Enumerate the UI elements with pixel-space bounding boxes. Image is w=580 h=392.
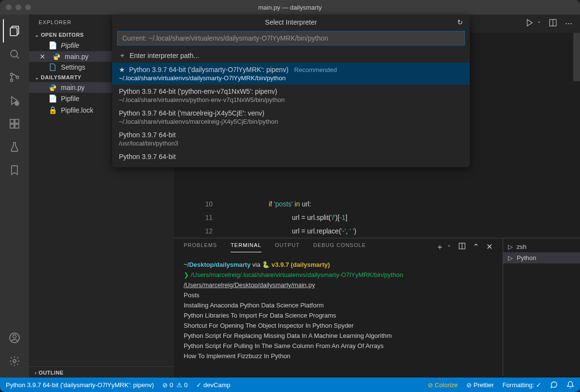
- close-panel-icon[interactable]: ✕: [486, 242, 493, 252]
- interpreter-picker: Select Interpreter↻ Current: ~/.local/sh…: [112, 15, 470, 167]
- status-devcamp[interactable]: ✓ devCamp: [196, 381, 230, 389]
- svg-point-4: [11, 73, 13, 76]
- terminal-output: Python Libraries To Import For Data Scie…: [184, 310, 493, 320]
- pipfile-icon: 📄: [48, 94, 57, 103]
- svg-point-13: [13, 335, 16, 338]
- flask-icon[interactable]: [3, 135, 26, 159]
- svg-rect-1: [10, 28, 17, 36]
- maximize-dot[interactable]: [25, 4, 31, 10]
- svg-line-3: [16, 56, 19, 58]
- picker-input[interactable]: Current: ~/.local/share/virtualenvs/dail…: [117, 31, 465, 45]
- terminal-proc-icon: ▷: [508, 243, 513, 250]
- svg-point-5: [11, 79, 13, 82]
- maximize-panel-icon[interactable]: ⌃: [473, 242, 479, 252]
- svg-point-6: [16, 76, 19, 79]
- svg-rect-9: [10, 124, 14, 128]
- terminal-process-zsh[interactable]: ▷zsh: [503, 241, 580, 252]
- svg-rect-11: [15, 119, 19, 123]
- chevron-right-icon: ›: [35, 370, 37, 376]
- python-icon: [52, 53, 61, 60]
- terminal-output: Python Script For Replacing Missing Data…: [184, 331, 493, 341]
- code-line[interactable]: 10if 'posts' in url:: [193, 197, 580, 211]
- svg-rect-10: [15, 124, 19, 128]
- source-control-icon[interactable]: [3, 66, 26, 89]
- plus-icon: ＋: [119, 51, 126, 60]
- minimize-dot[interactable]: [15, 4, 21, 10]
- extensions-icon[interactable]: [3, 112, 26, 135]
- status-feedback-icon[interactable]: [550, 381, 558, 389]
- interpreter-option[interactable]: Python 3.9.7 64-bit: [112, 150, 470, 163]
- tab-problems[interactable]: PROBLEMS: [184, 242, 217, 252]
- chevron-down-icon: ⌄: [35, 75, 39, 80]
- status-prettier[interactable]: ⊘ Prettier: [466, 381, 494, 389]
- terminal[interactable]: ~/Desktop/dailysmarty via 🐍 v3.9.7 (dail…: [174, 256, 503, 376]
- outline-section[interactable]: ›OUTLINE: [29, 366, 174, 377]
- close-dot[interactable]: [6, 4, 12, 10]
- settings-icon[interactable]: [3, 349, 26, 373]
- lock-icon: 🔒: [48, 106, 57, 115]
- terminal-list: ▷zsh ▷Python: [503, 238, 580, 376]
- svg-point-2: [11, 50, 17, 57]
- svg-point-14: [13, 360, 16, 363]
- titlebar: main.py — dailysmarty: [0, 0, 580, 15]
- activity-bar: [0, 15, 29, 377]
- interpreter-option[interactable]: Python 3.9.7 64-bit ('python-env-v7q1NxW…: [112, 85, 470, 106]
- split-terminal-icon[interactable]: [458, 242, 466, 252]
- explorer-icon[interactable]: [3, 19, 26, 43]
- interpreter-option[interactable]: Python 3.9.7 64-bit ('marcelreig-jX4y5Cj…: [112, 106, 470, 128]
- run-button[interactable]: [525, 18, 534, 29]
- tab-output[interactable]: OUTPUT: [275, 242, 300, 252]
- run-dropdown-icon[interactable]: ⌄: [537, 18, 541, 29]
- star-icon: ★: [119, 66, 125, 73]
- status-problems[interactable]: ⊘ 0 ⚠ 0: [162, 381, 188, 389]
- code-line[interactable]: 11url = url.split('/')[-1]: [193, 211, 580, 224]
- split-editor-icon[interactable]: [549, 18, 557, 29]
- picker-title: Select Interpreter↻: [112, 15, 470, 30]
- more-icon[interactable]: ···: [565, 18, 572, 29]
- status-interpreter[interactable]: Python 3.9.7 64-bit ('dailysmarty-O7lYyM…: [6, 381, 154, 389]
- account-icon[interactable]: [3, 326, 26, 349]
- tab-terminal[interactable]: TERMINAL: [231, 242, 261, 252]
- panel: PROBLEMS TERMINAL OUTPUT DEBUG CONSOLE ＋…: [174, 238, 580, 376]
- status-bar: Python 3.9.7 64-bit ('dailysmarty-O7lYyM…: [0, 377, 580, 392]
- terminal-output: How To Implement Fizzbuzz In Python: [184, 351, 493, 361]
- status-colorize[interactable]: ⊘ Colorize: [428, 381, 458, 389]
- window-title: main.py — dailysmarty: [258, 4, 321, 11]
- terminal-output: Python Script For Pulling In The Same Co…: [184, 341, 493, 351]
- pipfile-icon: 📄: [48, 41, 57, 50]
- search-icon[interactable]: [3, 43, 26, 66]
- terminal-process-python[interactable]: ▷Python: [503, 252, 580, 263]
- interpreter-option[interactable]: Python 3.9.7 64-bit /usr/local/bin/pytho…: [112, 128, 470, 150]
- new-terminal-icon[interactable]: ＋: [436, 242, 444, 252]
- terminal-proc-icon: ▷: [508, 254, 513, 261]
- interpreter-option[interactable]: ★Python 3.9.7 64-bit ('dailysmarty-O7lYy…: [112, 63, 470, 85]
- enter-path-item[interactable]: ＋Enter interpreter path...: [112, 48, 470, 63]
- tab-debug-console[interactable]: DEBUG CONSOLE: [313, 242, 366, 252]
- bookmark-icon[interactable]: [3, 159, 26, 182]
- terminal-output: Shortcut For Opening The Object Inspecto…: [184, 320, 493, 331]
- code-line[interactable]: 12url = url.replace('-', ' '): [193, 224, 580, 238]
- panel-tabs: PROBLEMS TERMINAL OUTPUT DEBUG CONSOLE ＋…: [174, 238, 503, 256]
- svg-rect-8: [10, 119, 14, 123]
- traffic-lights: [6, 4, 31, 10]
- refresh-icon[interactable]: ↻: [457, 18, 463, 26]
- terminal-output: Posts: [184, 290, 493, 300]
- chevron-down-icon[interactable]: ⌄: [447, 242, 451, 252]
- terminal-output: Installing Anaconda Python Data Science …: [184, 300, 493, 310]
- file-icon: [48, 63, 57, 71]
- python-icon: [48, 84, 57, 91]
- status-formatting[interactable]: Formatting: ✓: [503, 381, 541, 389]
- chevron-down-icon: ⌄: [35, 32, 39, 38]
- status-bell-icon[interactable]: [566, 381, 574, 389]
- run-debug-icon[interactable]: [3, 89, 26, 112]
- close-icon[interactable]: ✕: [40, 53, 45, 60]
